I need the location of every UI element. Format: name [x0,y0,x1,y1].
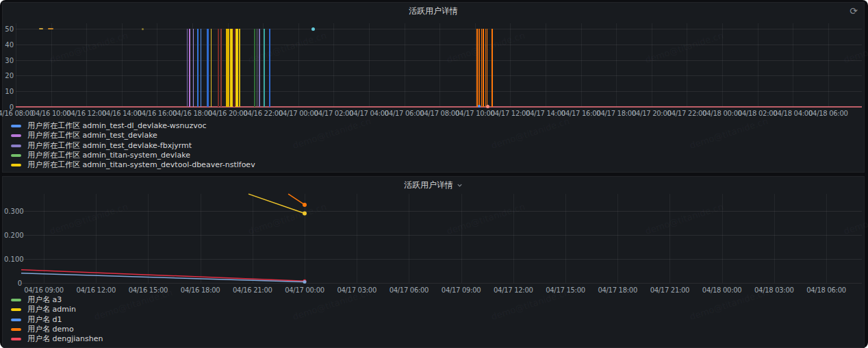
series-spike [187,29,188,107]
legend-item-3[interactable]: 用户所在工作区 admin_titan-system_devlake [8,151,858,160]
series-line-admin [248,194,305,213]
legend-color-dash [11,299,21,301]
gridline [405,23,405,107]
panel1-title[interactable]: 活跃用户详情 [409,5,458,17]
legend-item-label: 用户名 d1 [27,315,62,325]
x-tick-label: 04/18 06:00 [808,110,849,117]
panel1-plot-area[interactable]: 504030201004/16 08:0004/16 10:0004/16 12… [3,3,864,121]
series-spike [239,29,240,107]
series-spike [233,29,235,107]
legend-color-dash [11,338,21,340]
series-spike [478,29,480,107]
legend-color-dash [11,319,21,321]
series-spike [476,29,478,107]
gridline [439,23,440,107]
legend-item-0[interactable]: 用户名 a3 [8,295,858,305]
series-spike [235,29,238,107]
series-spike [492,29,493,107]
legend-item-label: 用户所在工作区 admin_titan-system_devlake [27,151,190,160]
x-tick-label: 04/16 09:00 [20,286,68,294]
legend-item-4[interactable]: 用户所在工作区 admin_titan-system_devtool-dbeav… [8,160,858,170]
legend-item-label: 用户所在工作区 admin_titan-system_devtool-dbeav… [27,160,255,170]
gridline [51,23,52,107]
x-tick-label: 04/17 09:00 [437,286,485,294]
series-spike [264,29,265,107]
gridline [616,23,617,107]
gridline [298,23,299,107]
legend-color-dash [11,164,21,166]
series-line-d1 [21,273,305,282]
gridline [581,23,582,107]
panel1-header[interactable]: 活跃用户详情 [3,3,864,19]
legend-item-1[interactable]: 用户所在工作区 admin_test_devlake [8,131,858,140]
series-spike [189,29,190,107]
grafana-dashboard: 活跃用户详情 ⟳ 504030201004/16 08:0004/16 10:0… [0,0,868,348]
gridline [758,23,758,107]
legend-item-label: 用户所在工作区 admin_test_devlake-fbxjyrmt [27,141,192,151]
legend-item-2[interactable]: 用户所在工作区 admin_test_devlake-fbxjyrmt [8,141,858,151]
gridline [510,23,511,107]
series-spike [226,29,229,107]
zero-baseline [16,106,862,108]
legend-item-label: 用户名 a3 [27,295,62,305]
series-spike [259,29,260,107]
legend-item-0[interactable]: 用户所在工作区 admin_test-dl_devlake-wsnuzvoc [8,121,858,131]
panel2-plot-area[interactable]: 0.3000.2000.100004/16 09:0004/16 12:0004… [3,177,864,295]
series-spike [254,29,255,107]
series-spike [218,29,219,107]
series-line-demo [288,194,305,205]
y-tick-label: 30 [3,57,14,64]
gridline [16,45,862,45]
gridline [546,23,546,107]
legend-item-3[interactable]: 用户名 demo [8,325,858,334]
series-spike [269,29,270,107]
y-tick-label: 20 [3,72,14,79]
series-spike [257,29,257,107]
series-spike [230,29,233,107]
legend-color-dash [11,308,21,311]
x-tick-label: 04/16 18:00 [177,286,225,294]
series-spike [481,29,482,107]
series-line-dengjianshen [21,270,305,281]
gridline [16,91,862,92]
legend-item-2[interactable]: 用户名 d1 [8,315,858,325]
series-point [486,105,489,108]
y-tick-label: 50 [3,25,14,33]
legend-color-dash [11,145,21,147]
series-point-d1 [303,280,307,284]
gridline [157,23,157,107]
chevron-down-icon[interactable] [457,182,463,188]
x-tick-label: 04/16 21:00 [229,286,277,294]
series-spike [487,29,487,107]
legend-item-label: 用户所在工作区 admin_test-dl_devlake-wsnuzvoc [27,121,207,131]
panel2-header[interactable]: 活跃用户详情 [3,177,864,193]
y-tick-label: 40 [3,41,14,49]
series-point-admin [303,212,307,216]
x-tick-label: 04/17 06:00 [385,286,433,294]
legend-color-dash [11,328,21,331]
gridline [16,75,862,76]
series-point [478,105,481,108]
gridline [475,23,476,107]
gridline [333,23,334,107]
series-spike [197,29,199,107]
panel-active-users-by-workspace: 活跃用户详情 ⟳ 504030201004/16 08:0004/16 10:0… [2,2,865,173]
panel2-title[interactable]: 活跃用户详情 [404,179,453,191]
x-tick-label: 04/16 15:00 [124,286,172,294]
panel2-legend: 用户名 a3用户名 admin用户名 d1用户名 demo用户名 dengjia… [8,295,858,344]
series-spike [211,29,212,107]
legend-color-dash [11,125,21,127]
refresh-icon[interactable]: ⟳ [848,4,859,18]
gridline [369,23,370,107]
x-tick-label: 04/17 21:00 [646,286,693,294]
x-tick-label: 04/18 03:00 [750,286,798,294]
x-tick-label: 04/17 18:00 [593,286,641,294]
gridline [793,23,793,107]
x-tick-label: 04/17 12:00 [489,286,537,294]
legend-item-label: 用户名 dengjianshen [27,334,103,344]
y-tick-label: 10 [3,88,14,95]
legend-item-4[interactable]: 用户名 dengjianshen [8,334,858,344]
legend-item-1[interactable]: 用户名 admin [8,305,858,314]
gridline [828,23,829,107]
series-spike [483,29,484,107]
